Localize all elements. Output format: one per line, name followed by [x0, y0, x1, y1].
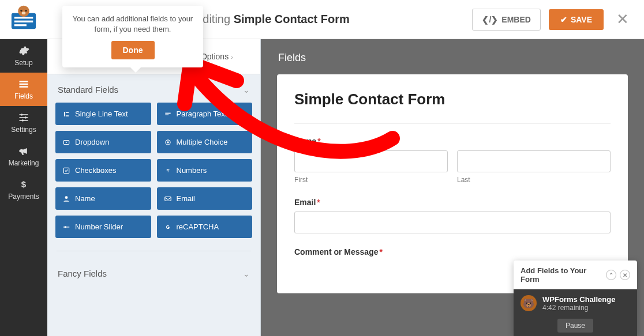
- canvas-heading: Fields: [261, 39, 644, 74]
- svg-rect-8: [20, 81, 28, 82]
- field-label: Numbers: [177, 166, 207, 175]
- svg-point-23: [65, 196, 68, 199]
- sidebar-item-setup[interactable]: Setup: [0, 39, 47, 73]
- field-label: Dropdown: [75, 138, 109, 146]
- svg-rect-1: [14, 17, 33, 18]
- last-name-input[interactable]: [457, 150, 611, 172]
- standard-fields-grid: Single Line Text Paragraph Text Dropdown…: [47, 103, 260, 244]
- challenge-head: Add Fields to Your Form: [521, 266, 606, 284]
- check-icon: ✔: [560, 15, 567, 24]
- svg-rect-10: [20, 86, 28, 88]
- save-button[interactable]: ✔ SAVE: [549, 9, 604, 30]
- svg-rect-9: [20, 84, 28, 85]
- svg-point-5: [20, 9, 22, 11]
- field-name[interactable]: Name: [55, 187, 151, 210]
- last-sublabel: Last: [457, 176, 611, 184]
- embed-button[interactable]: ❮/❯ EMBED: [472, 9, 540, 31]
- collapse-icon[interactable]: ⌃: [606, 270, 616, 280]
- section-title: Fancy Fields: [58, 269, 107, 278]
- gear-icon: [18, 45, 29, 56]
- field-email-group[interactable]: Email*: [294, 198, 611, 233]
- pause-button[interactable]: Pause: [557, 319, 593, 333]
- list-icon: [18, 78, 29, 90]
- save-label: SAVE: [571, 15, 592, 24]
- field-comment-group[interactable]: Comment or Message*: [294, 247, 611, 256]
- svg-point-14: [21, 114, 23, 115]
- top-actions: ❮/❯ EMBED ✔ SAVE ✕: [472, 9, 644, 31]
- close-icon[interactable]: ✕: [620, 270, 630, 280]
- svg-point-26: [65, 226, 67, 228]
- field-paragraph-text[interactable]: Paragraph Text: [157, 103, 253, 125]
- onboarding-tooltip: You can add additional fields to your fo…: [62, 6, 203, 67]
- sidebar-item-payments[interactable]: $ Payments: [0, 173, 47, 206]
- close-icon[interactable]: ✕: [612, 10, 634, 28]
- sliders-icon: [18, 112, 29, 123]
- svg-text:G: G: [166, 225, 169, 230]
- sidebar-item-label: Fields: [14, 92, 33, 100]
- fields-panel: Add Fields⌄ Field Options› Standard Fiel…: [47, 39, 261, 336]
- svg-rect-21: [63, 168, 69, 173]
- field-email[interactable]: Email: [157, 187, 253, 210]
- field-label: reCAPTCHA: [177, 222, 219, 231]
- sidebar-item-label: Settings: [11, 126, 36, 134]
- svg-text:$: $: [21, 179, 27, 189]
- field-label: Paragraph Text: [177, 110, 227, 118]
- svg-point-20: [167, 141, 169, 144]
- field-label: Name: [75, 194, 95, 203]
- field-label: Email: [177, 194, 196, 203]
- field-numbers[interactable]: #Numbers: [157, 159, 253, 182]
- nav-sidebar: Setup Fields Settings Marketing $ Paymen…: [0, 39, 47, 336]
- svg-rect-2: [14, 20, 33, 22]
- name-label: Name*: [294, 137, 611, 146]
- wpforms-logo: [0, 0, 47, 39]
- field-single-line-text[interactable]: Single Line Text: [55, 103, 151, 125]
- chevron-down-icon: ⌄: [243, 269, 250, 278]
- embed-label: EMBED: [501, 15, 531, 24]
- form-title: Simple Contact Form: [234, 13, 350, 25]
- first-name-input[interactable]: [294, 150, 448, 172]
- field-checkboxes[interactable]: Checkboxes: [55, 159, 151, 182]
- svg-point-15: [25, 116, 27, 118]
- field-name-group[interactable]: Name* First Last: [294, 137, 611, 184]
- challenge-remaining: 4:42 remaining: [542, 304, 630, 312]
- email-input[interactable]: [294, 212, 611, 233]
- first-sublabel: First: [294, 176, 448, 184]
- chevron-down-icon: ⌄: [243, 85, 250, 95]
- preview-title: Simple Contact Form: [294, 90, 611, 108]
- field-dropdown[interactable]: Dropdown: [55, 131, 151, 153]
- done-button[interactable]: Done: [111, 41, 155, 59]
- svg-rect-3: [14, 24, 27, 26]
- section-standard-fields[interactable]: Standard Fields ⌄: [47, 74, 260, 103]
- section-fancy-fields[interactable]: Fancy Fields ⌄: [47, 258, 260, 286]
- chevron-right-icon: ›: [231, 54, 233, 61]
- svg-point-4: [18, 5, 29, 17]
- field-recaptcha[interactable]: GreCAPTCHA: [157, 216, 253, 238]
- field-label: Number Slider: [75, 222, 123, 231]
- comment-label: Comment or Message*: [294, 247, 611, 256]
- svg-rect-24: [164, 197, 171, 201]
- sidebar-item-fields[interactable]: Fields: [0, 73, 47, 106]
- svg-point-7: [22, 12, 26, 14]
- svg-point-6: [25, 9, 27, 11]
- field-label: Multiple Choice: [177, 138, 228, 146]
- code-icon: ❮/❯: [482, 15, 498, 24]
- sidebar-item-label: Setup: [14, 59, 32, 67]
- sidebar-item-label: Marketing: [9, 159, 39, 167]
- sidebar-item-label: Payments: [8, 192, 39, 201]
- svg-rect-11: [20, 114, 28, 115]
- section-title: Standard Fields: [58, 85, 118, 95]
- megaphone-icon: [18, 145, 29, 157]
- sidebar-item-marketing[interactable]: Marketing: [0, 139, 47, 173]
- field-label: Checkboxes: [75, 166, 117, 175]
- svg-text:#: #: [166, 168, 170, 173]
- email-label: Email*: [294, 198, 611, 207]
- svg-rect-12: [20, 117, 28, 118]
- sidebar-item-settings[interactable]: Settings: [0, 106, 47, 139]
- challenge-widget: Add Fields to Your Form ⌃ ✕ 🐻 WPForms Ch…: [514, 261, 637, 336]
- svg-point-16: [22, 119, 24, 121]
- field-number-slider[interactable]: Number Slider: [55, 216, 151, 238]
- challenge-title: WPForms Challenge: [542, 295, 630, 304]
- tooltip-text: You can add additional fields to your fo…: [72, 14, 194, 34]
- wpforms-avatar: 🐻: [521, 295, 537, 311]
- field-multiple-choice[interactable]: Multiple Choice: [157, 131, 253, 153]
